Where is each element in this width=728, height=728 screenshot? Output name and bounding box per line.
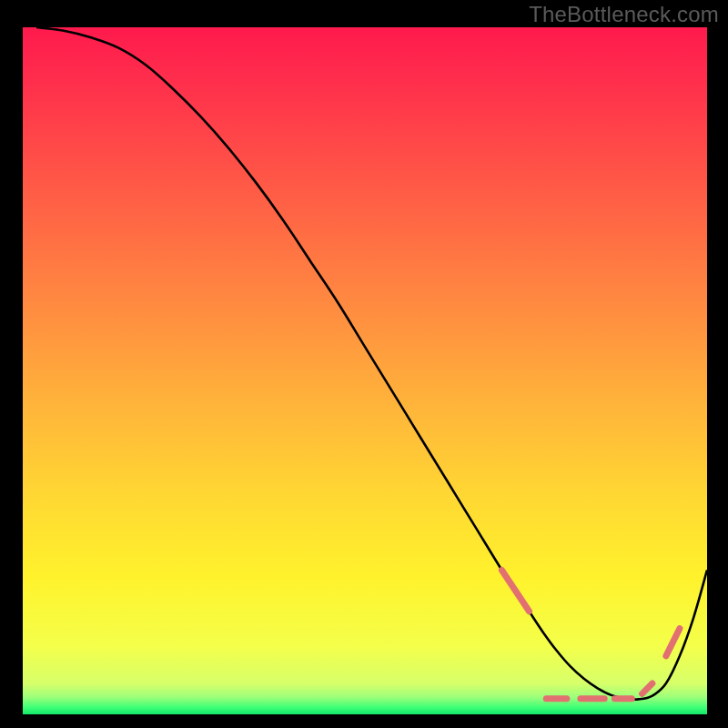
chart-frame: TheBottleneck.com — [0, 0, 728, 728]
chart-svg — [23, 27, 707, 714]
attribution-label: TheBottleneck.com — [529, 2, 719, 27]
gradient-background — [23, 27, 707, 714]
plot-area — [23, 27, 707, 714]
